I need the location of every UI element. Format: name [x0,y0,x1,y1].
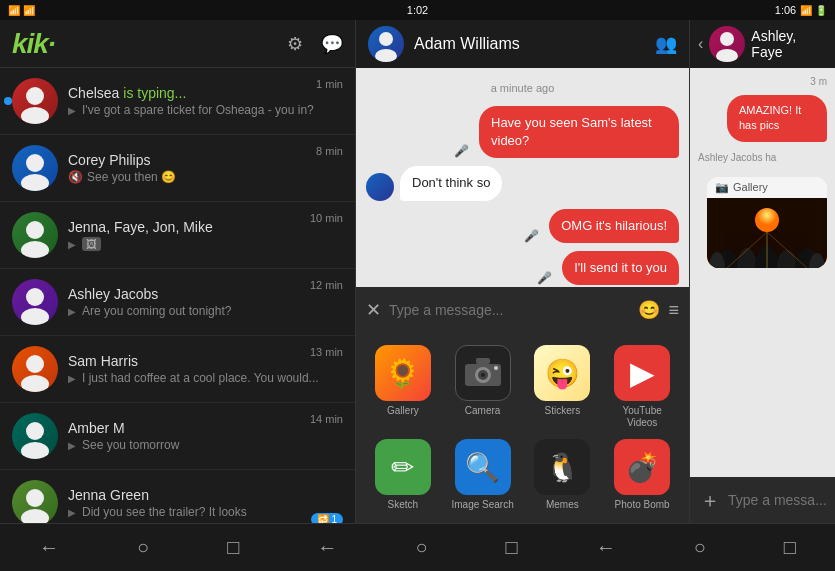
header-actions: ⚙ 💬 [287,33,343,55]
right-conversation-title: Ashley, Faye [751,28,827,60]
chat-time-jenna-group: 10 min [310,212,343,224]
svg-point-0 [26,87,44,105]
right-input-area: ＋ [690,477,835,523]
back-icon[interactable]: ‹ [698,35,703,53]
app-item-youtube[interactable]: ▶ YouTube Videos [607,345,677,429]
back-button-1[interactable]: ← [19,528,79,567]
chat-time-amber: 14 min [310,413,343,425]
app-label-photobomb: Photo Bomb [615,499,670,511]
stickers-icon-box: 😜 [534,345,590,401]
right-message-input[interactable] [728,492,835,508]
message-input-area: ✕ 😊 ≡ [356,287,689,333]
recent-button-1[interactable]: □ [207,528,259,567]
chat-preview-jenna-green: ▶ Did you see the trailer? It looks [68,505,343,519]
svg-point-15 [375,49,397,62]
chat-info-chelsea: Chelsea is typing... ▶ I've got a spare … [68,85,343,117]
message-row-2: Don't think so [366,166,679,200]
svg-point-6 [26,288,44,306]
status-time-right: 1:06 [775,4,796,16]
chat-name-corey: Corey Philips [68,152,343,168]
photobomb-icon-box: 💣 [614,439,670,495]
sketch-icon-box: ✏ [375,439,431,495]
chat-preview-jenna-group: ▶ 🖼 [68,237,343,251]
svg-point-7 [21,308,49,325]
chat-name-amber: Amber M [68,420,343,436]
gallery-message: 📷 Gallery [707,177,827,268]
back-button-2[interactable]: ← [297,528,357,567]
svg-point-21 [494,366,498,370]
recent-button-2[interactable]: □ [486,528,538,567]
recent-button-3[interactable]: □ [764,528,816,567]
chat-item-amber[interactable]: Amber M ▶ See you tomorrow 14 min [0,403,355,470]
settings-icon[interactable]: ⚙ [287,33,303,55]
signal-icons-left: 📶 📶 [8,5,35,16]
app-label-sketch: Sketch [388,499,419,511]
memes-icon-box: 🐧 [534,439,590,495]
chat-item-sam[interactable]: Sam Harris ▶ I just had coffee at a cool… [0,336,355,403]
chat-item-chelsea[interactable]: Chelsea is typing... ▶ I've got a spare … [0,68,355,135]
add-icon[interactable]: ＋ [700,487,720,514]
chat-time-corey: 8 min [316,145,343,157]
svg-point-2 [26,154,44,172]
chat-name-ashley: Ashley Jacobs [68,286,343,302]
conversation-header: Adam Williams 👥 [356,20,689,68]
svg-point-25 [755,208,779,232]
menu-icon[interactable]: ≡ [668,300,679,321]
avatar-amber [12,413,58,459]
avatar-jenna-group [12,212,58,258]
incoming-avatar [366,173,394,201]
svg-point-12 [26,489,44,507]
chat-info-corey: Corey Philips 🔇 See you then 😊 [68,152,343,184]
app-item-gallery[interactable]: 🌻 Gallery [368,345,438,429]
bottom-nav: ← ○ □ ← ○ □ ← ○ □ [0,523,835,571]
chat-name-chelsea: Chelsea is typing... [68,85,343,101]
left-header: kik· ⚙ 💬 [0,20,355,68]
svg-point-8 [26,355,44,373]
chat-info-amber: Amber M ▶ See you tomorrow [68,420,343,452]
chat-item-corey[interactable]: Corey Philips 🔇 See you then 😊 8 min [0,135,355,202]
app-item-camera[interactable]: Camera [448,345,518,429]
app-label-camera: Camera [465,405,501,417]
unread-badge: 🔂 1 [311,513,343,523]
app-item-memes[interactable]: 🐧 Memes [528,439,598,511]
app-item-sketch[interactable]: ✏ Sketch [368,439,438,511]
chat-preview-chelsea: ▶ I've got a spare ticket for Osheaga - … [68,103,343,117]
svg-point-11 [21,442,49,459]
svg-point-9 [21,375,49,392]
home-button-2[interactable]: ○ [395,528,447,567]
youtube-icon-box: ▶ [614,345,670,401]
bubble-3: OMG it's hilarious! [549,209,679,243]
app-label-gallery: Gallery [387,405,419,417]
message-input[interactable] [389,302,630,318]
conversation-panel: Adam Williams 👥 a minute ago 🎤 Have you … [355,20,690,523]
chat-item-ashley[interactable]: Ashley Jacobs ▶ Are you coming out tonig… [0,269,355,336]
svg-point-22 [720,32,734,46]
unread-dot [4,97,12,105]
right-header: ‹ Ashley, Faye [690,20,835,68]
chat-info-jenna-group: Jenna, Faye, Jon, Mike ▶ 🖼 [68,219,343,251]
people-icon[interactable]: 👥 [655,33,677,55]
chat-preview-ashley: ▶ Are you coming out tonight? [68,304,343,318]
gallery-icon-box: 🌻 [375,345,431,401]
home-button-3[interactable]: ○ [674,528,726,567]
svg-point-23 [716,49,738,62]
status-bar-middle: 1:02 [250,0,585,20]
chat-time-chelsea: 1 min [316,78,343,90]
emoji-icon[interactable]: 😊 [638,299,660,321]
app-label-youtube: YouTube Videos [607,405,677,429]
cancel-icon[interactable]: ✕ [366,299,381,321]
chat-preview-amber: ▶ See you tomorrow [68,438,343,452]
compose-icon[interactable]: 💬 [321,33,343,55]
chat-name-jenna-group: Jenna, Faye, Jon, Mike [68,219,343,235]
app-label-memes: Memes [546,499,579,511]
app-item-stickers[interactable]: 😜 Stickers [528,345,598,429]
right-avatar [709,26,745,62]
back-button-3[interactable]: ← [576,528,636,567]
chat-item-jenna-group[interactable]: Jenna, Faye, Jon, Mike ▶ 🖼 10 min [0,202,355,269]
home-button-1[interactable]: ○ [117,528,169,567]
app-item-imgsearch[interactable]: 🔍 Image Search [448,439,518,511]
kik-logo: kik· [12,28,287,60]
app-item-photobomb[interactable]: 💣 Photo Bomb [607,439,677,511]
chat-item-jenna-green[interactable]: Jenna Green ▶ Did you see the trailer? I… [0,470,355,523]
chat-info-ashley: Ashley Jacobs ▶ Are you coming out tonig… [68,286,343,318]
